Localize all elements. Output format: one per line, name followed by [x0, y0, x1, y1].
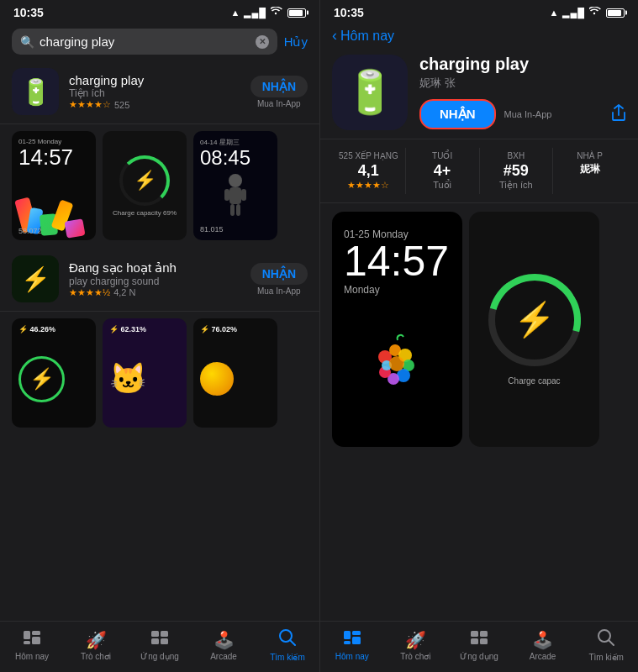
apple-logo-area [344, 296, 451, 435]
pct-label-2: ⚡ 62.31% [109, 325, 146, 333]
svg-rect-27 [352, 637, 361, 644]
big-screenshot-clock[interactable]: 01-25 Monday 14:57 Monday [332, 212, 462, 447]
stat-dev-value: 妮琳 [580, 162, 600, 176]
app-rating-row-2: ★★★★½ 4,2 N [69, 287, 240, 298]
shape5 [64, 218, 85, 239]
search-input[interactable] [40, 34, 250, 49]
tab-arcade-right[interactable]: 🕹️ Arcade [519, 630, 567, 661]
iap-text-right: Mua In-App [504, 109, 552, 119]
app-detail-author: 妮琳 张 [419, 76, 626, 91]
stat-rank-value: #59 [504, 162, 529, 180]
svg-rect-6 [24, 631, 30, 639]
back-text[interactable]: Hôm nay [340, 29, 394, 44]
svg-rect-4 [230, 204, 235, 216]
charge-capacity-text: Charge capacity 69% [113, 209, 177, 217]
tab-label-ung-dung-right: Ứng dụng [460, 652, 498, 661]
screenshot-clock-1[interactable]: 01-25 Monday 14:57 58.072 [12, 131, 96, 240]
screenshot-pct-1[interactable]: ⚡ 46.26% ⚡ [12, 318, 96, 428]
tab-label-ung-dung-left: Ứng dụng [140, 652, 179, 661]
app-category-1: Tiện ích [69, 87, 240, 99]
tab-hom-nay-left[interactable]: Hôm nay [8, 629, 55, 661]
svg-rect-32 [480, 638, 488, 644]
stat-rating-stars: ★★★★☆ [347, 180, 389, 191]
app-icon-1: 🔋 [12, 68, 59, 115]
iap-label-1: Mua In-App [257, 99, 301, 108]
svg-rect-28 [344, 641, 351, 644]
app-info-1: charging play Tiện ích ★★★★☆ 525 [69, 73, 240, 110]
app-info-2: Đang sạc hoạt ảnh play charging sound ★★… [69, 260, 240, 298]
tab-ung-dung-left[interactable]: Ứng dụng [136, 629, 183, 661]
tab-tim-kiem-right[interactable]: Tìm kiếm [583, 628, 630, 662]
big-screenshot-charge[interactable]: ⚡ Charge capac [469, 212, 599, 447]
app-name-1: charging play [69, 73, 240, 87]
get-button-2[interactable]: NHẬN [250, 263, 308, 285]
tab-icon-ung-dung-right [470, 629, 488, 650]
tab-bar-right: Hôm nay 🚀 Trò chơi Ứng dụng 🕹️ Arcade Tì… [320, 621, 638, 672]
tab-tim-kiem-left[interactable]: Tìm kiếm [264, 628, 311, 662]
battery-icon-right [606, 8, 625, 18]
app-name-2: Đang sạc hoạt ảnh [69, 260, 240, 276]
status-time-right: 10:35 [334, 6, 364, 19]
stat-age-sub: Tuổi [433, 180, 451, 191]
svg-point-0 [229, 174, 242, 187]
nhận-button-big[interactable]: NHẬN [419, 99, 496, 129]
stat-rating-label: 525 XẾP HẠNG [339, 151, 398, 160]
svg-line-34 [609, 640, 614, 645]
wifi-icon-right [589, 7, 602, 18]
svg-line-15 [290, 640, 295, 645]
svg-point-24 [389, 356, 404, 371]
charge-circle: ⚡ [119, 155, 170, 206]
left-panel: 10:35 ▲ ▂▄█ 🔍 ✕ Hủy 🔋 charging pl [0, 0, 319, 672]
svg-rect-12 [151, 638, 159, 644]
pct-label-1: ⚡ 46.26% [18, 325, 55, 333]
tab-tro-choi-left[interactable]: 🚀 Trò chơi [72, 630, 119, 661]
stat-age: TUỔI 4+ Tuổi [406, 148, 480, 194]
battery-icon-left [287, 8, 306, 18]
screenshot-pct-3[interactable]: ⚡ 76.02% [193, 318, 277, 428]
tab-label-arcade-left: Arcade [210, 652, 237, 661]
stat-rating: 525 XẾP HẠNG 4,1 ★★★★☆ [332, 148, 406, 194]
tab-icon-arcade-right: 🕹️ [532, 630, 553, 650]
screenshot-grid-2: ⚡ 46.26% ⚡ ⚡ 62.31% 🐱 ⚡ 76.02% [0, 312, 319, 434]
svg-rect-2 [224, 189, 229, 201]
svg-rect-29 [471, 631, 478, 637]
tab-icon-hom-nay-left [23, 629, 41, 650]
back-arrow[interactable]: ‹ [332, 27, 337, 45]
app-detail-header: 🔋 charging play 妮琳 张 NHẬN Mua In-App [320, 46, 638, 139]
location-icon-right: ▲ [550, 8, 559, 18]
app-detail-icon: 🔋 [332, 55, 408, 130]
tab-label-tro-choi-right: Trò chơi [400, 652, 430, 661]
status-bar-right: 10:35 ▲ ▂▄█ [320, 0, 638, 24]
tab-tro-choi-right[interactable]: 🚀 Trò chơi [392, 630, 439, 661]
screenshot-astro-1[interactable]: 04-14 星期三 08:45 81.015 [193, 131, 277, 240]
tab-icon-tim-kiem-left [278, 628, 297, 651]
share-button[interactable] [611, 104, 626, 125]
app-detail-info: charging play 妮琳 张 NHẬN Mua In-App [419, 55, 626, 130]
stat-age-label: TUỔI [432, 151, 452, 160]
tab-hom-nay-right[interactable]: Hôm nay [329, 629, 376, 661]
astro-time-label: 08:45 [200, 147, 271, 169]
big-clock-time: 14:57 [344, 240, 451, 282]
app-rating-count-1: 525 [114, 100, 129, 110]
app-list-item-1[interactable]: 🔋 charging play Tiện ích ★★★★☆ 525 NHẬN … [0, 60, 319, 124]
screenshot-pct-2[interactable]: ⚡ 62.31% 🐱 [103, 318, 187, 428]
astro-figure [200, 169, 271, 225]
tab-icon-ung-dung-left [150, 629, 169, 650]
tab-ung-dung-right[interactable]: Ứng dụng [456, 629, 503, 661]
clear-button[interactable]: ✕ [256, 35, 269, 49]
app-get-area-2: NHẬN Mua In-App [250, 263, 308, 296]
tab-label-tim-kiem-right: Tìm kiếm [588, 653, 624, 662]
svg-rect-3 [241, 189, 246, 201]
search-input-wrapper[interactable]: 🔍 ✕ [12, 29, 277, 55]
cancel-button[interactable]: Hủy [284, 34, 308, 50]
tab-icon-tim-kiem-right [597, 628, 615, 651]
get-button-1[interactable]: NHẬN [250, 76, 308, 97]
tab-bar-left: Hôm nay 🚀 Trò chơi Ứng dụng 🕹️ Arcade Tì… [0, 621, 319, 672]
svg-rect-8 [32, 637, 40, 644]
screenshot-charge-1[interactable]: ⚡ Charge capacity 69% [103, 131, 187, 240]
app-detail-name: charging play [419, 55, 626, 74]
pct-label-3: ⚡ 76.02% [200, 325, 237, 333]
charge-arc [119, 155, 170, 206]
tab-arcade-left[interactable]: 🕹️ Arcade [200, 630, 247, 661]
app-list-item-2[interactable]: ⚡ Đang sạc hoạt ảnh play charging sound … [0, 247, 319, 312]
